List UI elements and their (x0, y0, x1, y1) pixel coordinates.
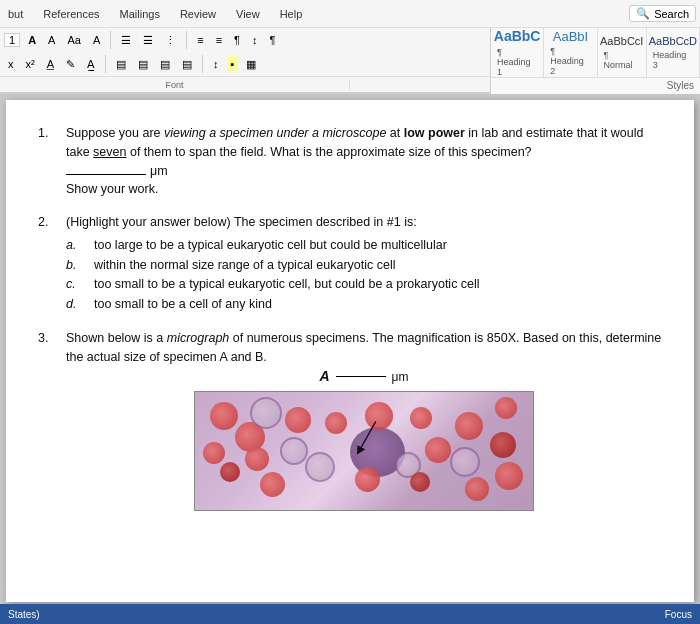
font-name-a1[interactable]: A (24, 32, 40, 48)
search-label: Search (654, 8, 689, 20)
style-normal[interactable]: AaBbCcI ¶ Normal (598, 28, 647, 77)
tab-mailings[interactable]: Mailings (116, 6, 164, 22)
align-left[interactable]: ▤ (112, 56, 130, 73)
normal-preview: AaBbCcI (600, 35, 643, 48)
q1-text2: at (386, 126, 403, 140)
q1-show-work: Show your work. (66, 182, 158, 196)
option-b: b. within the normal size range of a typ… (66, 256, 662, 275)
micrograph (194, 391, 534, 511)
heading2-preview: AaBbI (553, 29, 588, 45)
status-right: Focus (665, 609, 692, 620)
heading3-label: Heading 3 (653, 50, 693, 70)
q3-italic: micrograph (167, 331, 230, 345)
style-heading1[interactable]: AaBbC ¶ Heading 1 (491, 28, 544, 77)
status-bar: States) Focus (0, 604, 700, 624)
border-icon[interactable]: ▦ (242, 56, 260, 73)
tab-review[interactable]: Review (176, 6, 220, 22)
option-c: c. too small to be a typical eukaryotic … (66, 275, 662, 294)
list-icon[interactable]: ☰ (117, 32, 135, 49)
option-c-text: too small to be a typical eukaryotic cel… (94, 275, 480, 294)
q1-unit: μm (150, 164, 168, 178)
search-icon: 🔍 (636, 7, 650, 20)
q1-blank (66, 174, 146, 175)
font-arrow[interactable]: A (89, 32, 104, 48)
option-a-letter: a. (66, 236, 82, 255)
q2-intro: (Highlight your answer below) The specim… (66, 215, 417, 229)
align-center[interactable]: ▤ (134, 56, 152, 73)
option-b-letter: b. (66, 256, 82, 275)
label-row: A μm (66, 366, 662, 387)
line-spacing[interactable]: ↕ (209, 56, 223, 72)
document-area: 1. Suppose you are viewing a specimen un… (0, 94, 700, 608)
x-sub[interactable]: x (4, 56, 18, 72)
align-right[interactable]: ▤ (156, 56, 174, 73)
status-left: States) (8, 609, 40, 620)
ribbon-tabs[interactable]: but References Mailings Review View Help (4, 6, 306, 22)
option-b-text: within the normal size range of a typica… (94, 256, 396, 275)
heading1-preview: AaBbC (494, 28, 541, 45)
align2-icon[interactable]: ≡ (212, 32, 226, 48)
question-1: 1. Suppose you are viewing a specimen un… (38, 124, 662, 199)
q2-number: 2. (38, 213, 58, 315)
heading1-label: ¶ Heading 1 (497, 47, 537, 77)
micrograph-container (66, 391, 662, 511)
arrow-svg (195, 392, 533, 510)
q3-blank (336, 376, 386, 377)
pen-icon[interactable]: ✎ (62, 56, 79, 73)
q3-number: 3. (38, 329, 58, 512)
option-d-text: too small to be a cell of any kind (94, 295, 272, 314)
separator3 (105, 55, 106, 73)
option-d: d. too small to be a cell of any kind (66, 295, 662, 314)
page: 1. Suppose you are viewing a specimen un… (6, 100, 694, 602)
separator4 (202, 55, 203, 73)
x-sup[interactable]: x² (22, 56, 39, 72)
option-a: a. too large to be a typical eukaryotic … (66, 236, 662, 255)
q1-text1: Suppose you are (66, 126, 164, 140)
q1-text4: of them to span the field. What is the a… (126, 145, 531, 159)
tab-but[interactable]: but (4, 6, 27, 22)
style-heading3[interactable]: AaBbCcD Heading 3 (647, 28, 700, 77)
align-justify[interactable]: ▤ (178, 56, 196, 73)
font-name-aa[interactable]: Aa (63, 32, 84, 48)
indent2-icon[interactable]: ⋮ (161, 32, 180, 49)
font-section-label: Font (0, 80, 350, 90)
heading2-label: ¶ Heading 2 (550, 46, 590, 76)
option-a-text: too large to be a typical eukaryotic cel… (94, 236, 447, 255)
styles-section-label: Styles (491, 78, 700, 93)
tab-help[interactable]: Help (276, 6, 307, 22)
heading3-preview: AaBbCcD (649, 35, 697, 48)
tab-references[interactable]: References (39, 6, 103, 22)
q1-content: Suppose you are viewing a specimen under… (66, 124, 662, 199)
pilcrow-icon[interactable]: ¶ (230, 32, 244, 48)
option-c-letter: c. (66, 275, 82, 294)
question-3: 3. Shown below is a micrograph of numero… (38, 329, 662, 512)
style-heading2[interactable]: AaBbI ¶ Heading 2 (544, 28, 597, 77)
q1-italic1: viewing a specimen under a microscope (164, 126, 386, 140)
normal-label: ¶ Normal (604, 50, 640, 70)
question-2: 2. (Highlight your answer below) The spe… (38, 213, 662, 315)
sort-icon[interactable]: ↕ (248, 32, 262, 48)
separator1 (110, 31, 111, 49)
indent-icon[interactable]: ☰ (139, 32, 157, 49)
q2-options: a. too large to be a typical eukaryotic … (66, 236, 662, 314)
q2-content: (Highlight your answer below) The specim… (66, 213, 662, 315)
svg-line-0 (359, 422, 376, 452)
q3-text1: Shown below is a (66, 331, 167, 345)
label-a: A (319, 366, 329, 387)
q3-content: Shown below is a micrograph of numerous … (66, 329, 662, 512)
underline-a[interactable]: A̲ (83, 56, 99, 73)
tab-view[interactable]: View (232, 6, 264, 22)
align-icon[interactable]: ≡ (193, 32, 207, 48)
q1-bold1: low power (404, 126, 465, 140)
separator2 (186, 31, 187, 49)
option-d-letter: d. (66, 295, 82, 314)
symbol-icon[interactable]: ¶ (266, 32, 280, 48)
font-color-a[interactable]: A (43, 56, 58, 72)
q3-unit: μm (392, 368, 409, 386)
font-name-a2[interactable]: A (44, 32, 59, 48)
search-box[interactable]: 🔍 Search (629, 5, 696, 22)
shading-icon[interactable]: ▪ (227, 56, 239, 72)
font-size-dropdown[interactable]: 1 (4, 33, 20, 47)
q1-underline1: seven (93, 145, 126, 159)
q1-number: 1. (38, 124, 58, 199)
